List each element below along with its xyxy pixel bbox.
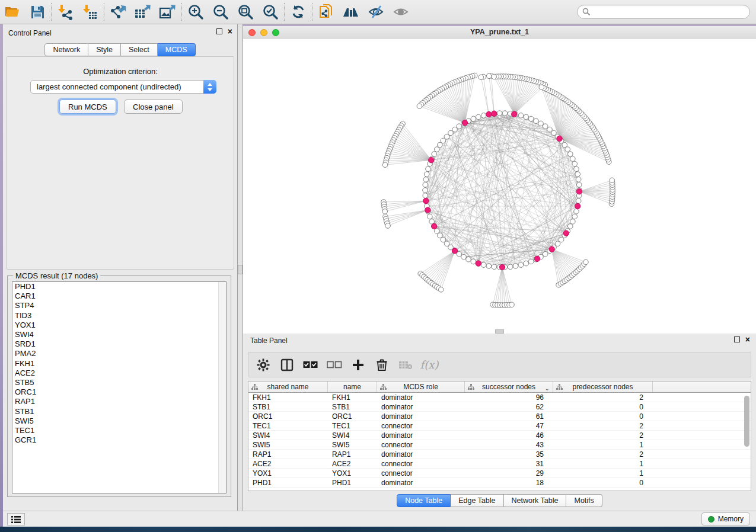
table-cell[interactable]: 1 bbox=[553, 469, 653, 477]
table-cell[interactable]: connector bbox=[377, 459, 465, 468]
import-table-icon[interactable] bbox=[78, 2, 103, 22]
table-cell[interactable]: 35 bbox=[465, 450, 553, 459]
clone-network-icon[interactable] bbox=[314, 2, 339, 22]
show-columns-icon[interactable] bbox=[278, 356, 296, 374]
table-cell[interactable]: 2 bbox=[553, 393, 653, 402]
table-cell[interactable]: RAP1 bbox=[328, 450, 377, 459]
list-item[interactable]: STP4 bbox=[12, 301, 226, 310]
close-panel-icon[interactable]: × bbox=[228, 28, 232, 34]
mcds-result-list[interactable]: PHD1CAR1STP4TID3YOX1SWI4SRD1PMA2FKH1ACE2… bbox=[12, 281, 227, 493]
zoom-selected-icon[interactable] bbox=[258, 2, 283, 22]
list-item[interactable]: SWI5 bbox=[12, 416, 226, 426]
column-header-name[interactable]: name bbox=[328, 382, 377, 392]
list-item[interactable]: SWI4 bbox=[12, 330, 226, 339]
table-cell[interactable]: SWI4 bbox=[248, 431, 328, 440]
table-cell[interactable]: connector bbox=[377, 440, 465, 449]
export-image-icon[interactable] bbox=[155, 2, 180, 22]
export-network-icon[interactable] bbox=[106, 2, 130, 22]
run-mcds-button[interactable]: Run MCDS bbox=[59, 100, 116, 114]
table-cell[interactable]: 2 bbox=[553, 431, 653, 440]
table-row[interactable]: STB1STB1dominator620 bbox=[248, 402, 751, 412]
table-row[interactable]: ACE2ACE2connector311 bbox=[248, 459, 751, 469]
select-all-icon[interactable] bbox=[302, 356, 320, 374]
table-row[interactable]: RAP1RAP1dominator352 bbox=[248, 450, 751, 459]
table-cell[interactable]: 2 bbox=[553, 450, 653, 459]
tab-network[interactable]: Network bbox=[44, 43, 88, 56]
table-cell[interactable]: 31 bbox=[465, 459, 553, 468]
list-item[interactable]: RAP1 bbox=[12, 397, 226, 406]
table-cell[interactable]: STB1 bbox=[248, 402, 328, 411]
table-cell[interactable]: 0 bbox=[553, 412, 653, 421]
tab-network-table[interactable]: Network Table bbox=[504, 494, 567, 507]
table-header-row[interactable]: shared namenameMCDS rolesuccessor nodes⌄… bbox=[248, 382, 751, 393]
table-cell[interactable]: STB1 bbox=[328, 402, 377, 411]
list-item[interactable]: PMA2 bbox=[12, 349, 226, 358]
search-input[interactable] bbox=[591, 8, 739, 16]
open-file-icon[interactable] bbox=[0, 2, 25, 22]
table-cell[interactable]: ORC1 bbox=[328, 412, 377, 421]
table-cell[interactable]: 61 bbox=[465, 412, 553, 421]
list-item[interactable]: STB1 bbox=[12, 407, 226, 416]
hide-selected-icon[interactable] bbox=[363, 2, 388, 22]
table-cell[interactable]: connector bbox=[377, 469, 465, 477]
table-row[interactable]: FKH1FKH1dominator962 bbox=[248, 393, 751, 402]
panel-divider[interactable] bbox=[238, 24, 243, 511]
table-row[interactable]: ORC1ORC1dominator610 bbox=[248, 412, 751, 421]
table-cell[interactable]: RAP1 bbox=[248, 450, 328, 459]
table-cell[interactable]: 0 bbox=[553, 402, 653, 411]
zoom-fit-icon[interactable] bbox=[233, 2, 258, 22]
memory-button[interactable]: Memory bbox=[701, 512, 750, 525]
gear-icon[interactable] bbox=[254, 356, 272, 374]
table-cell[interactable]: 18 bbox=[465, 478, 553, 487]
deselect-all-icon[interactable] bbox=[326, 356, 343, 374]
list-item[interactable]: ACE2 bbox=[12, 368, 226, 378]
list-item[interactable]: TEC1 bbox=[12, 426, 226, 435]
column-header-predecessor-nodes[interactable]: predecessor nodes bbox=[553, 382, 653, 392]
tab-style[interactable]: Style bbox=[88, 43, 121, 56]
divider-handle[interactable] bbox=[238, 265, 243, 274]
table-cell[interactable]: SWI5 bbox=[328, 440, 377, 449]
table-row[interactable]: PHD1PHD1dominator180 bbox=[248, 478, 751, 488]
float-panel-icon[interactable] bbox=[216, 28, 222, 34]
node-table[interactable]: shared namenameMCDS rolesuccessor nodes⌄… bbox=[248, 381, 751, 491]
table-cell[interactable]: PHD1 bbox=[248, 478, 328, 487]
table-cell[interactable]: TEC1 bbox=[328, 421, 377, 430]
tab-node-table[interactable]: Node Table bbox=[397, 494, 451, 507]
close-panel-icon[interactable]: × bbox=[745, 336, 750, 342]
table-cell[interactable]: 29 bbox=[465, 469, 553, 477]
export-table-icon[interactable] bbox=[130, 2, 155, 22]
float-panel-icon[interactable] bbox=[734, 336, 740, 342]
table-cell[interactable]: 43 bbox=[465, 440, 553, 449]
splitter-handle[interactable] bbox=[495, 329, 504, 334]
table-cell[interactable]: connector bbox=[377, 421, 465, 430]
show-hidden-icon[interactable] bbox=[388, 2, 413, 22]
tab-select[interactable]: Select bbox=[121, 43, 158, 56]
list-item[interactable]: TID3 bbox=[12, 311, 226, 321]
table-cell[interactable]: dominator bbox=[377, 393, 465, 402]
column-header-MCDS-role[interactable]: MCDS role bbox=[377, 382, 465, 392]
zoom-in-icon[interactable] bbox=[183, 2, 208, 22]
table-cell[interactable]: dominator bbox=[377, 478, 465, 487]
refresh-icon[interactable] bbox=[286, 2, 311, 22]
list-item[interactable]: PHD1 bbox=[12, 282, 226, 291]
table-cell[interactable]: 96 bbox=[465, 393, 553, 402]
table-cell[interactable]: YOX1 bbox=[328, 469, 377, 477]
search-box[interactable] bbox=[577, 5, 750, 19]
table-cell[interactable]: SWI4 bbox=[328, 431, 377, 440]
network-titlebar[interactable]: YPA_prune.txt_1 bbox=[243, 26, 756, 39]
table-cell[interactable]: 47 bbox=[465, 421, 553, 430]
zoom-out-icon[interactable] bbox=[208, 2, 233, 22]
table-cell[interactable]: ACE2 bbox=[248, 459, 328, 468]
table-cell[interactable]: 0 bbox=[553, 478, 653, 487]
table-row[interactable]: SWI5SWI5connector431 bbox=[248, 440, 751, 450]
network-graph[interactable] bbox=[243, 39, 756, 334]
table-cell[interactable]: YOX1 bbox=[248, 469, 328, 477]
table-row[interactable]: TEC1TEC1connector472 bbox=[248, 421, 751, 431]
table-cell[interactable]: dominator bbox=[377, 402, 465, 411]
list-item[interactable]: STB5 bbox=[12, 378, 226, 387]
tab-mcds[interactable]: MCDS bbox=[158, 43, 196, 56]
table-cell[interactable]: ACE2 bbox=[328, 459, 377, 468]
table-cell[interactable]: FKH1 bbox=[248, 393, 328, 402]
table-cell[interactable]: dominator bbox=[377, 450, 465, 459]
close-panel-button[interactable]: Close panel bbox=[124, 100, 183, 114]
